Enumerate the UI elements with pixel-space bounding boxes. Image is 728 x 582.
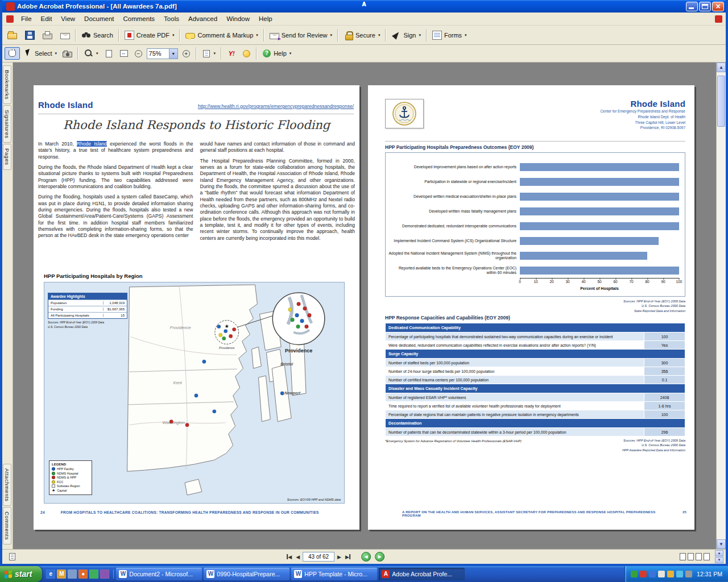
- volume-icon[interactable]: [658, 571, 665, 577]
- axis-tick-label: 0: [519, 280, 521, 284]
- chart-bar: [520, 237, 659, 245]
- tray-icons: [631, 571, 692, 577]
- media-player-icon[interactable]: ●: [78, 569, 88, 579]
- internet-explorer-icon[interactable]: e: [46, 569, 55, 579]
- sources-line: Sources: HPP End-of-Year (EOY) 2009 Data: [623, 299, 685, 304]
- table-row-label: Were dedicated, redundant communication …: [386, 341, 644, 350]
- chart-bar-label: Reported available beds to the Emergency…: [388, 266, 520, 275]
- camera-icon: [63, 52, 72, 57]
- word-icon: W: [294, 570, 302, 578]
- scrollbar-track[interactable]: [717, 72, 726, 539]
- chart-title: HPP Participating Hospitals Preparedness…: [385, 144, 685, 150]
- scroll-corner-buttons: ▲ ▼: [715, 550, 723, 563]
- document-area[interactable]: Rhode Island http://www.health.ri.gov/pr…: [13, 63, 716, 549]
- single-page-view-icon[interactable]: [680, 553, 686, 560]
- chart-bar-track: [520, 207, 679, 215]
- health-department-url[interactable]: http://www.health.ri.gov/programs/emerge…: [198, 103, 354, 109]
- chart-bar-label: Adopted the National Incident Management…: [388, 251, 520, 260]
- sources-line: U.S. Census Bureau 2000 Data: [622, 443, 685, 447]
- continuous-facing-view-icon[interactable]: [696, 553, 702, 560]
- legend-items: HPP FacilityNDMS HospitalNDMS & HPPFCCSu…: [52, 467, 89, 492]
- highlights-row: Population1,048,319: [48, 300, 127, 306]
- update-icon[interactable]: [667, 571, 674, 577]
- footer-text: A REPORT ON THE HEALTH AND HUMAN SERVICE…: [402, 510, 668, 517]
- start-button[interactable]: start: [0, 566, 42, 582]
- right-page-footer: A REPORT ON THE HEALTH AND HUMAN SERVICE…: [402, 510, 686, 517]
- table-row-value: 0.1: [644, 376, 685, 384]
- paragraph: would have names and contact information…: [200, 141, 355, 154]
- legend-label: NDMS Hospital: [57, 472, 78, 475]
- messenger-tray-icon[interactable]: [676, 571, 683, 577]
- highlights-label: Funding: [51, 307, 63, 311]
- chart-bar-label: Demonstrated dedicated, redundant intero…: [388, 224, 520, 228]
- page-number: 25: [682, 510, 686, 517]
- legend-label: Substate Region: [57, 484, 80, 488]
- table-row: Were dedicated, redundant communication …: [386, 341, 685, 350]
- scrollbar-thumb[interactable]: [717, 76, 725, 127]
- address-line: Rhode Island Dept. of Health: [600, 114, 685, 120]
- first-page-button[interactable]: ◀: [286, 553, 293, 561]
- esar-vhp-footnote: *Emergency System for Advance Registrati…: [385, 438, 522, 452]
- print-setup-button[interactable]: [5, 551, 20, 563]
- axis-tick-label: 20: [549, 280, 553, 284]
- table-row-label: Number of 24-hour surge staffed beds per…: [386, 367, 644, 376]
- chart-bar: [520, 207, 679, 215]
- article-headline: Rhode Island Responds to Historic Floodi…: [34, 118, 359, 132]
- word-icon: W: [119, 570, 127, 578]
- axis-spacer: [388, 278, 520, 286]
- show-desktop-icon[interactable]: [68, 569, 77, 579]
- chart-bar-track: [520, 267, 679, 275]
- capabilities-table: Dedicated Communication CapabilityPercen…: [385, 323, 685, 436]
- mail-icon[interactable]: M: [57, 569, 66, 579]
- continuous-view-icon[interactable]: [688, 553, 694, 560]
- awardee-highlights: Awardee Highlights Population1,048,319Fu…: [48, 293, 127, 329]
- legend-label: FCC: [57, 480, 63, 484]
- taskbar-button-0990-hospitalprepare[interactable]: W0990-HospitalPrepare...: [204, 568, 289, 580]
- highlights-row: All Participating Hospitals15: [48, 312, 127, 318]
- legend-label: NDMS & HPP: [57, 476, 76, 479]
- vertical-scrollbar[interactable]: ▲ ▼: [716, 63, 726, 549]
- scroll-page-down-button[interactable]: ▼: [715, 557, 723, 563]
- table-row-label: Number of certified trauma centers per 1…: [386, 376, 644, 384]
- taskbar-button-hpp-template-micro[interactable]: WHPP Template - Micro...: [291, 568, 377, 580]
- legend-item: ★Capital: [52, 489, 89, 492]
- previous-view-button[interactable]: ◀: [361, 552, 371, 562]
- taskbar-button-document2-microsof[interactable]: WDocument2 - Microsof...: [116, 568, 202, 580]
- antivirus-icon[interactable]: [631, 571, 638, 577]
- comment-markup-icon: [185, 33, 195, 39]
- next-view-button[interactable]: ▶: [375, 552, 384, 562]
- chart-axis: 0102030405060708090100: [388, 278, 679, 286]
- table-row-label: Time required to report a verified list …: [386, 402, 644, 410]
- flag-red: [5, 571, 8, 575]
- table-row: Number of 24-hour surge staffed beds per…: [386, 367, 685, 376]
- table-footnotes: *Emergency System for Advance Registrati…: [385, 438, 685, 452]
- right-page-header: Rhode Island Center for Emergency Prepar…: [385, 99, 685, 131]
- scroll-page-up-button[interactable]: ▲: [715, 550, 723, 556]
- table-row-value: 100: [644, 410, 685, 419]
- alert-icon[interactable]: [640, 571, 647, 577]
- capabilities-table-title: HPP Response Capacities and Capabilities…: [385, 315, 685, 321]
- page-indicator-field[interactable]: 43 of 62: [303, 552, 334, 562]
- axis-tick-label: 70: [629, 280, 633, 284]
- chart-bar-label: Implemented Incident Command System (ICS…: [388, 239, 520, 243]
- table-row: Percentage of state regions that can mai…: [386, 410, 685, 419]
- menu-bar: FileEditViewDocumentCommentsToolsAdvance…: [2, 13, 726, 26]
- axis-tick-label: 80: [645, 280, 649, 284]
- power-icon[interactable]: [685, 571, 692, 577]
- highlights-value: $1,667,365: [103, 307, 125, 311]
- next-page-button[interactable]: ▶: [336, 553, 342, 561]
- windows-taskbar: start eM● WDocument2 - Microsof...W0990-…: [0, 566, 728, 582]
- address-line: Center for Emergency Preparedness and Re…: [600, 109, 685, 114]
- network-icon[interactable]: [649, 571, 656, 577]
- browser-icon[interactable]: [100, 569, 109, 579]
- table-row-label: Number of staffed beds per 100,000 popul…: [386, 359, 644, 367]
- last-page-button[interactable]: ▶: [344, 553, 351, 561]
- messenger-icon[interactable]: [89, 569, 98, 579]
- taskbar-button-adobe-acrobat-profe[interactable]: AAdobe Acrobat Profe...: [379, 568, 465, 580]
- bar-glyph: [287, 554, 288, 559]
- facing-view-icon[interactable]: [704, 553, 710, 560]
- previous-page-button[interactable]: ◀: [295, 553, 301, 561]
- table-row: Number of staffed beds per 100,000 popul…: [386, 359, 685, 367]
- taskbar-buttons: WDocument2 - Microsof...W0990-HospitalPr…: [114, 568, 624, 580]
- table-row: Number of registered ESAR-VHP* volunteer…: [386, 393, 685, 402]
